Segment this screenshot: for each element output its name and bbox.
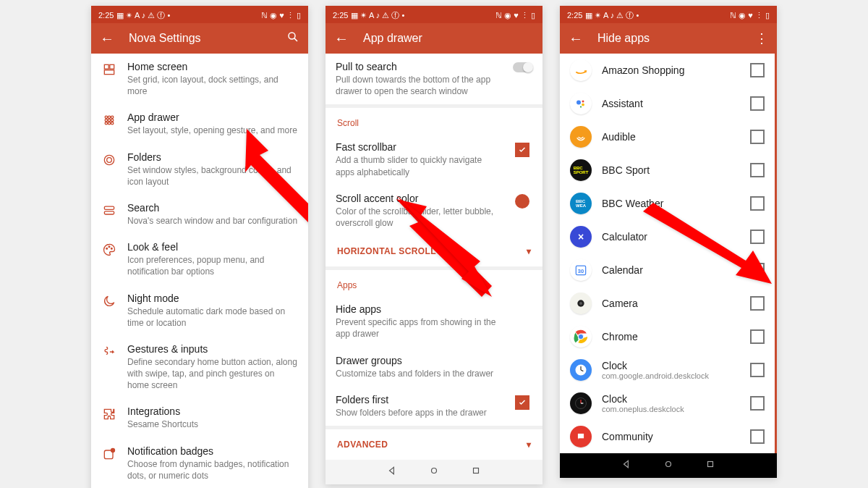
settings-item-gestures-inputs[interactable]: Gestures & inputs Define secondary home … [91,336,308,399]
setting-subtitle: Set window styles, background colors, an… [127,164,298,188]
setting-title: Fast scrollbar [336,141,502,153]
nav-home-icon[interactable] [429,466,439,479]
app-list-item-camera[interactable]: Camera [560,287,775,320]
status-bar: 2:25▦ ✴ A ♪ ⚠ ⓕ • ℕ ◉ ♥ ⋮ ▯ [91,6,308,23]
settings-list: Home screen Set grid, icon layout, dock … [91,54,308,488]
nav-recents-icon[interactable] [705,459,715,472]
settings-item-fast-scrollbar[interactable]: Fast scrollbar Add a thumb slider to qui… [326,134,542,185]
app-list-item-chrome[interactable]: Chrome [560,320,775,353]
status-bar: 2:25▦ ✴ A ♪ ⚠ ⓕ • ℕ ◉ ♥ ⋮ ▯ [560,6,777,23]
checkbox-unchecked[interactable] [750,363,765,377]
settings-item-search[interactable]: Search Nova's search window and bar conf… [91,195,308,234]
overflow-menu-icon[interactable]: ⋮ [755,30,768,46]
checkbox-unchecked[interactable] [750,163,765,177]
app-list-item-community[interactable]: Community [560,420,775,453]
gesture-icon [101,343,117,359]
setting-subtitle: Sesame Shortcuts [127,418,298,430]
checkbox-unchecked[interactable] [750,230,765,244]
checkbox-unchecked[interactable] [750,296,765,311]
svg-point-19 [109,246,110,248]
chevron-down-icon: ▾ [527,246,531,256]
search-icon[interactable] [286,30,299,47]
app-icon: × [570,226,592,248]
app-package-label: com.oneplus.deskclock [602,405,740,413]
svg-point-50 [666,462,671,467]
checkbox-unchecked[interactable] [750,396,765,411]
svg-point-33 [582,101,584,103]
checkbox-unchecked[interactable] [750,263,765,277]
app-list-item-audible[interactable]: Audible [560,120,775,153]
expandable-advanced[interactable]: ADVANCED▾ [326,429,542,460]
checkbox-unchecked[interactable] [750,329,765,344]
svg-rect-16 [104,206,114,209]
setting-subtitle: Icon preferences, popup menu, and notifi… [127,254,298,277]
app-list-item-bbc-weather[interactable]: BBCWEA BBC Weather [560,187,775,220]
app-list-item-clock[interactable]: Clock com.google.android.deskclock [560,353,775,387]
svg-rect-28 [474,468,479,473]
checkbox-checked[interactable] [515,395,529,410]
app-name-label: BBC Sport [602,164,740,176]
setting-subtitle: Set grid, icon layout, dock settings, an… [127,74,298,97]
color-swatch[interactable] [515,194,529,209]
svg-point-10 [111,119,114,122]
app-list-item-bbc-sport[interactable]: BBCSPORT BBC Sport [560,153,775,187]
settings-item-notification-badges[interactable]: Notification badges Choose from dynamic … [91,438,308,488]
settings-item-drawer-groups[interactable]: Drawer groups Customize tabs and folders… [326,348,542,387]
chevron-down-icon: ▾ [527,439,531,450]
setting-subtitle: Choose from dynamic badges, notification… [127,458,298,481]
setting-title: Home screen [127,61,298,72]
app-icon [570,359,592,381]
settings-item-night-mode[interactable]: Night mode Schedule automatic dark mode … [91,285,308,336]
checkbox-unchecked[interactable] [750,130,765,144]
svg-point-20 [111,248,113,250]
setting-subtitle: Color of the scrollbar slider, letter bu… [336,206,502,229]
checkbox-checked[interactable] [515,143,529,157]
back-icon[interactable]: ← [334,30,349,47]
svg-point-13 [111,122,114,125]
svg-point-39 [579,302,582,305]
svg-rect-51 [708,462,713,467]
drawer-icon [101,112,117,127]
settings-item-integrations[interactable]: Integrations Sesame Shortcuts [91,398,308,437]
app-icon [570,392,592,414]
svg-rect-3 [110,64,114,69]
checkbox-unchecked[interactable] [750,63,765,77]
settings-item-pull-to-search[interactable]: Pull to search Pull down towards the bot… [326,54,542,104]
svg-point-15 [107,157,112,162]
setting-title: Search [127,202,298,214]
nav-recents-icon[interactable] [471,466,481,479]
app-icon [570,93,592,114]
app-list-item-calendar[interactable]: 30 Calendar [560,253,775,287]
settings-item-folders-first[interactable]: Folders first Show folders before apps i… [326,387,542,426]
app-name-label: Calendar [602,264,740,276]
back-icon[interactable]: ← [100,30,114,47]
svg-point-27 [432,468,437,473]
section-header-scroll: Scroll [326,108,542,134]
nav-back-icon[interactable] [387,466,397,479]
page-title: Nova Settings [129,32,286,45]
expandable-horizontal-scroll[interactable]: HORIZONTAL SCROLL▾ [326,236,542,266]
checkbox-unchecked[interactable] [750,429,765,444]
app-list-item-clock[interactable]: Clock com.oneplus.deskclock [560,387,775,420]
settings-item-app-drawer[interactable]: App drawer Set layout, style, opening ge… [91,104,308,143]
toggle-switch[interactable] [513,62,532,72]
checkbox-unchecked[interactable] [750,96,765,111]
setting-subtitle: Add a thumb slider to quickly navigate a… [336,154,502,177]
setting-title: App drawer [127,112,298,123]
app-bar: ← Hide apps ⋮ [560,23,777,54]
status-bar: 2:25▦ ✴ A ♪ ⚠ ⓕ • ℕ ◉ ♥ ⋮ ▯ [326,6,542,23]
app-name-label: Camera [602,298,740,309]
nav-home-icon[interactable] [663,459,673,472]
settings-item-look-feel[interactable]: Look & feel Icon preferences, popup menu… [91,234,308,285]
app-list-item-calculator[interactable]: × Calculator [560,220,775,253]
nav-back-icon[interactable] [621,459,631,472]
back-icon[interactable]: ← [569,30,583,47]
settings-item-hide-apps[interactable]: Hide apps Prevent specific apps from sho… [326,296,542,347]
settings-item-home-screen[interactable]: Home screen Set grid, icon layout, dock … [91,54,308,104]
checkbox-unchecked[interactable] [750,196,765,211]
settings-item-scroll-accent-color[interactable]: Scroll accent color Color of the scrollb… [326,185,542,236]
svg-point-14 [104,155,114,164]
app-list-item-amazon-shopping[interactable]: Amazon Shopping [560,54,775,87]
app-list-item-assistant[interactable]: Assistant [560,87,775,120]
settings-item-folders[interactable]: Folders Set window styles, background co… [91,144,308,195]
